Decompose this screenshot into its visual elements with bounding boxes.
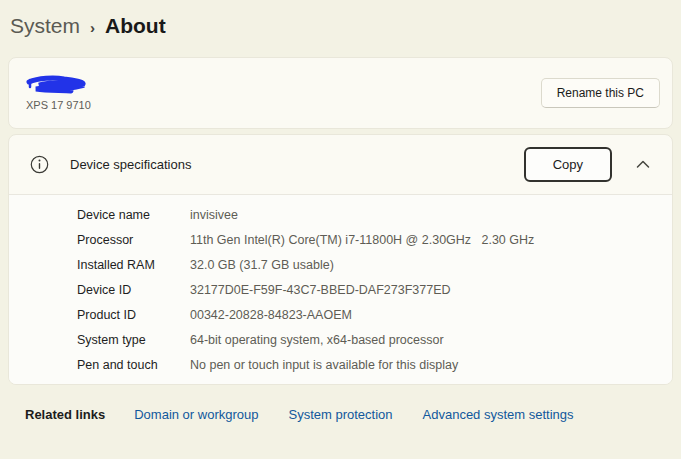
spec-value: invisivee [190,208,656,222]
spec-value: 32177D0E-F59F-43C7-BBED-DAF273F377ED [190,283,656,297]
pc-identity: XPS 17 9710 [26,75,91,111]
spec-value: 00342-20828-84823-AAOEM [190,308,656,322]
link-domain-or-workgroup[interactable]: Domain or workgroup [134,407,258,422]
rename-pc-button[interactable]: Rename this PC [541,78,660,108]
chevron-right-icon: › [90,19,95,36]
spec-value: No pen or touch input is available for t… [190,358,656,372]
spec-label: Product ID [77,308,190,322]
spec-row-product-id: Product ID 00342-20828-84823-AAOEM [77,308,656,322]
chevron-up-icon[interactable] [628,154,658,175]
spec-value: 64-bit operating system, x64-based proce… [190,333,656,347]
device-specifications-card: Device specifications Copy Device name i… [8,134,673,385]
related-links: Related links Domain or workgroup System… [8,385,673,422]
spec-value: 32.0 GB (31.7 GB usable) [190,258,656,272]
spec-label: Pen and touch [77,358,190,372]
link-system-protection[interactable]: System protection [288,407,392,422]
pc-model-label: XPS 17 9710 [26,99,91,111]
related-links-title: Related links [25,407,105,422]
spec-row-device-name: Device name invisivee [77,208,656,222]
settings-about-page: System › About XPS 17 9710 Rename this P… [0,0,681,422]
spec-row-installed-ram: Installed RAM 32.0 GB (31.7 GB usable) [77,258,656,272]
pc-name-card: XPS 17 9710 Rename this PC [8,57,673,129]
info-icon [30,155,49,174]
spec-label: Installed RAM [77,258,190,272]
page-title: About [105,14,166,38]
spec-label: System type [77,333,190,347]
breadcrumb: System › About [8,14,673,38]
spec-row-processor: Processor 11th Gen Intel(R) Core(TM) i7-… [77,233,656,247]
spec-row-pen-and-touch: Pen and touch No pen or touch input is a… [77,358,656,372]
spec-row-device-id: Device ID 32177D0E-F59F-43C7-BBED-DAF273… [77,283,656,297]
spec-value: 11th Gen Intel(R) Core(TM) i7-11800H @ 2… [190,233,656,247]
device-specifications-body: Device name invisivee Processor 11th Gen… [9,195,672,384]
breadcrumb-system[interactable]: System [10,14,80,38]
copy-button[interactable]: Copy [524,147,612,182]
spec-row-system-type: System type 64-bit operating system, x64… [77,333,656,347]
device-specifications-title: Device specifications [70,157,524,172]
link-advanced-system-settings[interactable]: Advanced system settings [423,407,574,422]
spec-label: Device ID [77,283,190,297]
spec-label: Processor [77,233,190,247]
redacted-device-name-scribble [26,75,90,97]
device-specifications-header[interactable]: Device specifications Copy [9,135,672,194]
spec-label: Device name [77,208,190,222]
